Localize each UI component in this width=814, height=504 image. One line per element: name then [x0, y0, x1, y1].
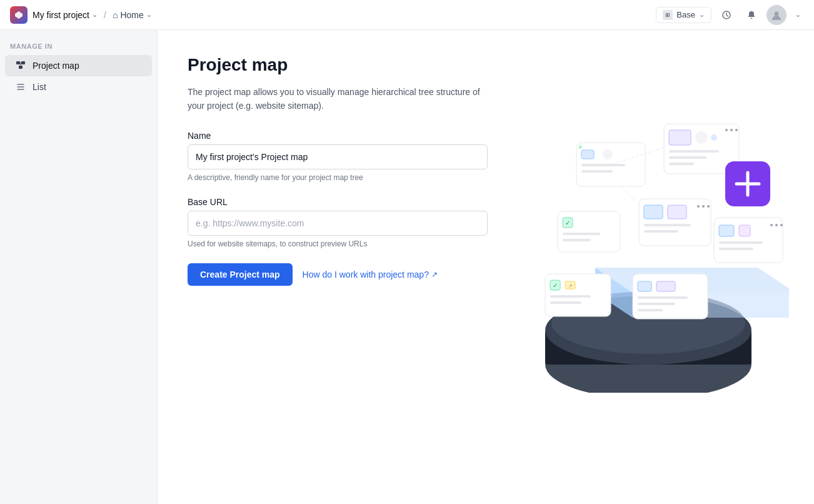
base-url-label: Base URL: [188, 197, 784, 207]
list-icon: [15, 81, 26, 93]
app-layout: MANAGE IN Project map: [0, 30, 814, 504]
external-link-icon: ↗: [431, 270, 438, 279]
user-avatar[interactable]: [766, 5, 786, 25]
home-label: Home: [120, 10, 143, 20]
svg-marker-0: [15, 11, 23, 19]
create-project-map-button[interactable]: Create Project map: [188, 263, 293, 286]
project-selector[interactable]: My first project ⌄: [33, 10, 98, 20]
name-hint: A descriptive, friendly name for your pr…: [188, 173, 784, 182]
name-field-group: Name A descriptive, friendly name for yo…: [188, 131, 784, 182]
sidebar-item-list-label: List: [33, 82, 46, 92]
name-input[interactable]: [188, 144, 488, 169]
notifications-button[interactable]: [741, 5, 761, 25]
project-name-label: My first project: [33, 10, 89, 20]
base-chevron-icon: ⌄: [699, 11, 705, 19]
sidebar-item-project-map[interactable]: Project map: [5, 55, 152, 76]
form-actions: Create Project map How do I work with pr…: [188, 263, 784, 286]
svg-point-13: [545, 296, 751, 365]
svg-point-14: [551, 291, 745, 354]
svg-rect-4: [21, 61, 25, 64]
name-label: Name: [188, 131, 784, 141]
home-icon: ⌂: [113, 10, 118, 20]
base-url-input[interactable]: [188, 211, 488, 236]
base-label: Base: [676, 10, 695, 19]
nav-separator: /: [104, 10, 106, 20]
base-selector[interactable]: ⊞ Base ⌄: [656, 7, 711, 23]
base-url-field-group: Base URL Used for website sitemaps, to c…: [188, 197, 784, 248]
history-button[interactable]: [716, 5, 736, 25]
project-map-icon: [15, 60, 26, 71]
base-url-hint: Used for website sitemaps, to construct …: [188, 239, 784, 248]
svg-rect-51: [550, 301, 581, 304]
svg-point-2: [775, 11, 779, 16]
svg-rect-5: [19, 66, 23, 69]
sidebar: MANAGE IN Project map: [0, 30, 158, 504]
topnav: My first project ⌄ / ⌂ Home ⌄ ⊞ Base ⌄ ⌄: [0, 0, 814, 30]
help-link[interactable]: How do I work with project map? ↗: [303, 270, 438, 280]
svg-rect-64: [638, 303, 675, 305]
sidebar-section-label: MANAGE IN: [0, 43, 157, 55]
sidebar-item-project-map-label: Project map: [33, 61, 79, 71]
home-nav[interactable]: ⌂ Home ⌄: [113, 10, 152, 20]
project-chevron-icon: ⌄: [92, 11, 98, 19]
page-title: Project map: [188, 55, 784, 75]
svg-point-11: [545, 330, 751, 393]
svg-rect-12: [545, 330, 751, 365]
topnav-right: ⊞ Base ⌄ ⌄: [656, 5, 804, 25]
base-icon: ⊞: [663, 10, 673, 20]
app-logo[interactable]: [10, 6, 28, 24]
user-menu-chevron[interactable]: ⌄: [791, 5, 804, 25]
svg-rect-50: [550, 295, 591, 298]
page-description: The project map allows you to visually m…: [188, 85, 488, 113]
main-content: Project map The project map allows you t…: [158, 30, 814, 504]
help-link-label: How do I work with project map?: [303, 270, 429, 280]
svg-rect-63: [638, 296, 688, 299]
home-chevron-icon: ⌄: [146, 11, 152, 19]
sidebar-item-list[interactable]: List: [5, 76, 152, 98]
svg-rect-65: [638, 309, 663, 311]
